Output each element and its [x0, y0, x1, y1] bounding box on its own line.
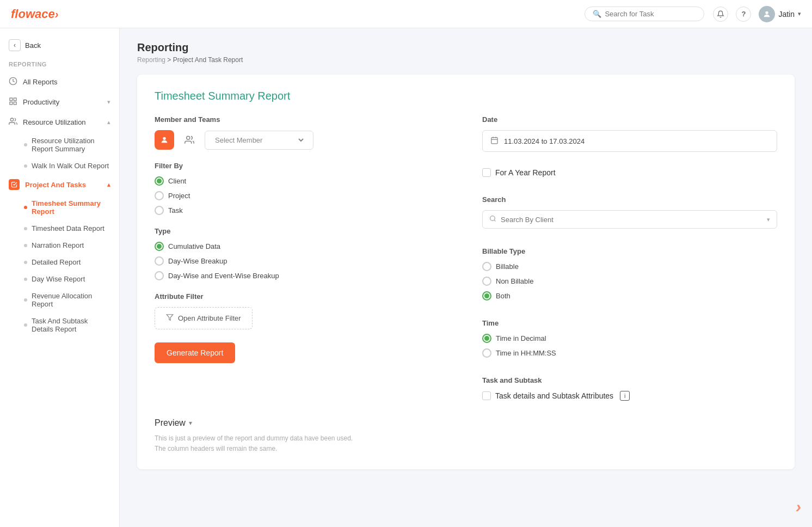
sidebar-item-walk-in-out[interactable]: Walk In Walk Out Report: [15, 157, 119, 174]
date-field[interactable]: 11.03.2024 to 17.03.2024: [482, 130, 777, 152]
left-column: Member and Teams Select Member: [155, 115, 450, 403]
filter-client-radio-inner: [157, 179, 162, 183]
search-by-client-input[interactable]: [501, 216, 762, 224]
help-icon[interactable]: ?: [736, 7, 751, 22]
project-tasks-expand-icon: ▴: [107, 181, 110, 188]
type-daywise-row[interactable]: Day-Wise Breakup: [155, 256, 450, 266]
member-team-icon-btn[interactable]: [180, 130, 199, 150]
filter-funnel-icon: [166, 314, 174, 323]
type-label: Type: [155, 227, 450, 235]
sidebar-item-narration[interactable]: Narration Report: [15, 237, 119, 254]
sidebar-item-all-reports[interactable]: All Reports: [0, 72, 119, 92]
sidebar-item-timesheet-summary[interactable]: Timesheet Summary Report: [15, 195, 119, 220]
day-wise-label: Day Wise Report: [32, 275, 85, 283]
search-field-icon: [489, 215, 496, 224]
logo-text1: flow: [11, 7, 35, 21]
svg-point-8: [187, 136, 190, 139]
resource-expand-icon: ▴: [107, 119, 110, 126]
year-report-row[interactable]: For A Year Report: [482, 168, 777, 177]
type-cumulative-inner: [157, 244, 162, 249]
billable-type-radio-group: Billable Non Billable Both: [482, 262, 777, 301]
sidebar-item-project-tasks[interactable]: Project And Tasks ▴: [0, 174, 119, 195]
report-card: Timesheet Summary Report Member and Team…: [137, 75, 795, 469]
sidebar-item-task-subtask[interactable]: Task And Subtask Details Report: [15, 312, 119, 338]
type-daywise-radio[interactable]: [155, 256, 164, 266]
svg-rect-3: [14, 98, 16, 101]
logo-text2: ace: [35, 7, 55, 21]
non-billable-radio[interactable]: [482, 277, 491, 286]
time-decimal-radio[interactable]: [482, 334, 491, 343]
both-radio[interactable]: [482, 291, 491, 301]
search-icon: 🔍: [593, 10, 601, 18]
productivity-expand-icon: ▾: [107, 99, 110, 106]
form-grid: Member and Teams Select Member: [155, 115, 777, 403]
filter-by-radio-group: Client Project Task: [155, 176, 450, 215]
svg-rect-10: [491, 138, 497, 144]
user-area[interactable]: Jatin ▾: [759, 6, 801, 22]
search-label: Search: [482, 195, 777, 204]
type-cumulative-row[interactable]: Cumulative Data: [155, 242, 450, 251]
task-subtask-info-icon[interactable]: i: [620, 391, 630, 401]
time-decimal-row[interactable]: Time in Decimal: [482, 334, 777, 343]
notifications-icon[interactable]: [713, 7, 728, 22]
svg-line-15: [494, 220, 495, 221]
preview-note-line1: This is just a preview of the report and…: [155, 433, 777, 444]
type-daywise-event-row[interactable]: Day-Wise and Event-Wise Breakup: [155, 271, 450, 280]
filter-project-row[interactable]: Project: [155, 191, 450, 200]
sidebar-item-productivity[interactable]: Productivity ▾: [0, 92, 119, 112]
productivity-label: Productivity: [23, 98, 59, 106]
search-task-input[interactable]: [605, 10, 696, 18]
dot-revenue: [24, 298, 27, 302]
sidebar-item-timesheet-data[interactable]: Timesheet Data Report: [15, 220, 119, 237]
billable-row[interactable]: Billable: [482, 262, 777, 271]
time-label: Time: [482, 319, 777, 327]
task-subtask-checkbox[interactable]: [482, 391, 491, 400]
dot-detailed: [24, 261, 27, 264]
non-billable-row[interactable]: Non Billable: [482, 277, 777, 286]
sidebar-item-day-wise[interactable]: Day Wise Report: [15, 271, 119, 287]
time-hhmmss-label: Time in HH:MM:SS: [496, 349, 556, 357]
dot-task-subtask: [24, 323, 27, 327]
filter-by-label: Filter By: [155, 162, 450, 170]
date-value: 11.03.2024 to 17.03.2024: [504, 137, 585, 145]
non-billable-label: Non Billable: [496, 277, 533, 285]
time-hhmmss-row[interactable]: Time in HH:MM:SS: [482, 348, 777, 358]
year-report-checkbox[interactable]: [482, 168, 491, 177]
back-button[interactable]: ‹ Back: [0, 34, 119, 59]
preview-header[interactable]: Preview ▾: [155, 418, 777, 428]
revenue-label: Revenue Allocation Report: [32, 292, 110, 308]
attribute-filter-section: Attribute Filter Open Attribute Filter: [155, 292, 450, 329]
search-task-wrapper[interactable]: 🔍: [585, 7, 704, 21]
breadcrumb-home[interactable]: Reporting: [137, 56, 165, 64]
member-person-icon-btn[interactable]: [155, 130, 174, 150]
filter-client-row[interactable]: Client: [155, 176, 450, 186]
attribute-filter-label: Attribute Filter: [155, 292, 450, 301]
filter-client-radio[interactable]: [155, 176, 164, 186]
type-daywise-event-radio[interactable]: [155, 271, 164, 280]
select-member-select[interactable]: Select Member: [213, 136, 305, 145]
type-cumulative-radio[interactable]: [155, 242, 164, 251]
sidebar-item-detailed[interactable]: Detailed Report: [15, 254, 119, 271]
billable-radio[interactable]: [482, 262, 491, 271]
time-hhmmss-radio[interactable]: [482, 348, 491, 358]
task-subtask-row[interactable]: Task details and Subtask Attributes i: [482, 391, 777, 401]
preview-chevron-icon: ▾: [189, 419, 192, 427]
open-attribute-filter-button[interactable]: Open Attribute Filter: [155, 307, 253, 329]
svg-point-14: [490, 216, 495, 221]
type-cumulative-label: Cumulative Data: [168, 242, 220, 250]
sidebar-item-revenue[interactable]: Revenue Allocation Report: [15, 287, 119, 312]
billable-label: Billable: [496, 262, 519, 271]
select-member-dropdown[interactable]: Select Member: [205, 131, 313, 150]
filter-task-radio[interactable]: [155, 206, 164, 215]
dot-day-wise: [24, 278, 27, 281]
both-row[interactable]: Both: [482, 291, 777, 301]
narration-label: Narration Report: [32, 241, 84, 249]
search-chevron-icon: ▾: [767, 216, 770, 223]
filter-task-row[interactable]: Task: [155, 206, 450, 215]
sidebar-item-resource-utilization[interactable]: Resource Utilization ▴: [0, 112, 119, 132]
resource-summary-label: Resource Utilization Report Summary: [32, 137, 110, 153]
filter-project-radio[interactable]: [155, 191, 164, 200]
search-field[interactable]: ▾: [482, 210, 777, 229]
sidebar-item-resource-summary[interactable]: Resource Utilization Report Summary: [15, 132, 119, 157]
generate-report-button[interactable]: Generate Report: [155, 342, 235, 363]
